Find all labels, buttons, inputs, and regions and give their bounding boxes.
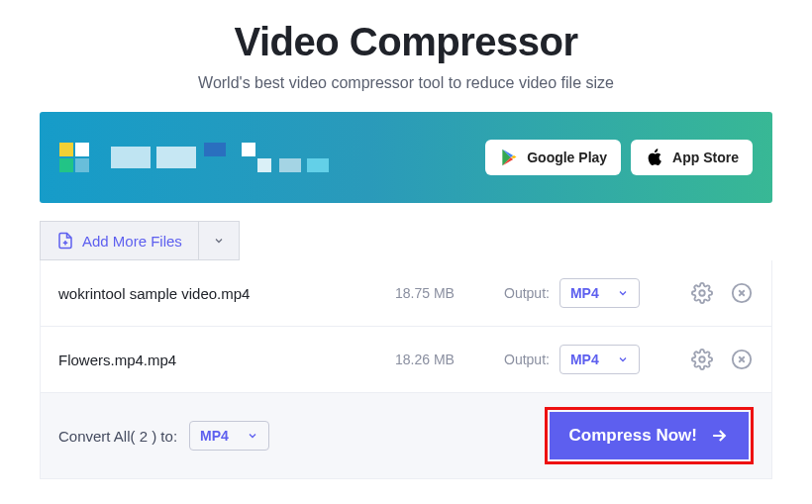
app-store-button[interactable]: App Store (631, 140, 753, 175)
chevron-down-icon (617, 353, 629, 365)
add-more-files-button[interactable]: Add More Files (41, 222, 199, 259)
chevron-down-icon (247, 430, 258, 442)
convert-all-label: Convert All( 2 ) to: (58, 428, 177, 445)
apple-icon (645, 148, 664, 167)
convert-all-format-value: MP4 (200, 428, 229, 444)
google-play-icon (499, 148, 519, 167)
output-format-value: MP4 (570, 285, 599, 301)
file-add-icon (56, 232, 74, 250)
file-row: wokrintool sample video.mp4 18.75 MB Out… (41, 260, 771, 327)
svg-point-2 (699, 356, 705, 362)
google-play-button[interactable]: Google Play (485, 140, 621, 175)
app-store-label: App Store (672, 150, 739, 165)
file-name: Flowers.mp4.mp4 (58, 352, 395, 368)
banner-mosaic (59, 143, 329, 172)
chevron-down-icon (617, 287, 629, 299)
convert-all-format-select[interactable]: MP4 (189, 421, 269, 451)
output-label: Output: (504, 285, 550, 301)
output-format-select[interactable]: MP4 (559, 278, 640, 308)
settings-button[interactable] (690, 348, 714, 371)
remove-button[interactable] (730, 281, 754, 305)
file-list: wokrintool sample video.mp4 18.75 MB Out… (40, 260, 772, 479)
add-more-files-label: Add More Files (82, 233, 182, 250)
chevron-down-icon (213, 235, 225, 247)
google-play-label: Google Play (527, 150, 607, 165)
add-files-group: Add More Files (40, 221, 240, 260)
compress-highlight: Compress Now! (545, 407, 754, 464)
compress-now-label: Compress Now! (569, 426, 697, 446)
settings-button[interactable] (690, 281, 714, 305)
close-circle-icon (731, 282, 753, 304)
compress-now-button[interactable]: Compress Now! (550, 412, 749, 459)
file-size: 18.75 MB (395, 285, 484, 301)
arrow-right-icon (709, 426, 729, 446)
add-files-dropdown[interactable] (199, 222, 239, 259)
page-title: Video Compressor (40, 20, 772, 64)
close-circle-icon (731, 349, 753, 370)
svg-point-0 (699, 290, 705, 296)
remove-button[interactable] (730, 348, 754, 371)
promo-banner: Google Play App Store (40, 112, 772, 203)
file-name: wokrintool sample video.mp4 (58, 285, 395, 302)
gear-icon (691, 349, 713, 370)
file-row: Flowers.mp4.mp4 18.26 MB Output: MP4 (41, 327, 771, 393)
file-size: 18.26 MB (395, 352, 484, 367)
page-subtitle: World's best video compressor tool to re… (40, 74, 772, 92)
footer-bar: Convert All( 2 ) to: MP4 Compress Now! (41, 393, 771, 478)
output-format-value: MP4 (570, 352, 599, 367)
output-format-select[interactable]: MP4 (559, 345, 640, 374)
output-label: Output: (504, 352, 550, 367)
gear-icon (691, 282, 713, 304)
